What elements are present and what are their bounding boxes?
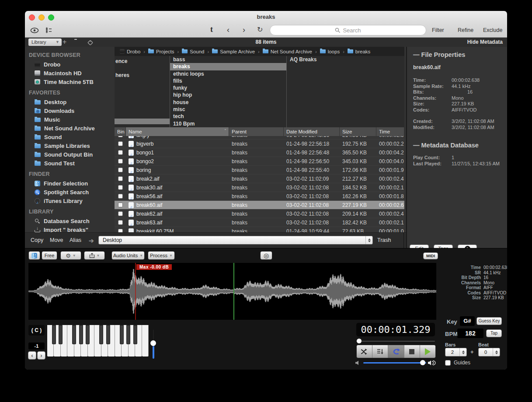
row-checkbox[interactable] [118, 194, 123, 199]
column-header-date-modified[interactable]: Date Modified [284, 127, 340, 136]
browser-item-fills[interactable]: fills [170, 77, 286, 84]
sidebar-item-sample-libraries[interactable]: Sample Libraries [25, 141, 115, 150]
browser-item-ence[interactable]: ence [115, 58, 170, 65]
breadcrumb-item-net-sound-archive[interactable]: Net Sound Archive [263, 49, 312, 54]
table-row-bongo2[interactable]: bongo2breaks01-24-98 22:56:50345.03 KB00… [115, 157, 404, 166]
finder-reveal-button[interactable] [28, 251, 40, 260]
autoplay-list-button[interactable] [372, 345, 388, 358]
destination-select[interactable]: Desktop [98, 236, 373, 245]
breadcrumb-item-projects[interactable]: Projects [148, 49, 174, 54]
piano-black-key[interactable] [126, 325, 130, 344]
table-row-bigverb[interactable]: bigverbbreaks01-24-98 22:56:18192.75 KB0… [115, 140, 404, 148]
column-header-name[interactable]: Nameˆ [126, 127, 229, 136]
table-row-break2-aif[interactable]: break2.aifbreaks03-02-02 11:02:09212.27 … [115, 175, 404, 183]
eye-icon[interactable] [30, 27, 39, 35]
table-row-bongo1[interactable]: bongo1breaks01-24-98 22:56:48365.50 KB00… [115, 148, 404, 157]
browser-item-funky[interactable]: funky [170, 84, 286, 91]
shuffle-button[interactable] [357, 345, 372, 358]
move-button[interactable]: Move [50, 237, 63, 243]
guess-key-button[interactable]: Guess Key [476, 317, 502, 325]
filter-button[interactable]: Filter [432, 27, 444, 33]
sidebar-item-downloads[interactable]: Downloads [25, 106, 115, 115]
browser-item-aq-breaks[interactable]: AQ Breaks [287, 56, 404, 63]
scrub-slider[interactable] [356, 339, 435, 343]
beat-stepper[interactable]: 0 [478, 348, 500, 357]
row-checkbox[interactable] [118, 203, 123, 207]
scrub-thumb[interactable] [357, 339, 362, 343]
alias-button[interactable]: Alias [70, 237, 81, 243]
table-row-break30-aif[interactable]: break30.aifbreaks03-02-02 11:02:08184.52… [115, 183, 404, 192]
search-input[interactable]: Search [270, 25, 426, 35]
table-row-break56-aif[interactable]: break56.aifbreaks03-02-02 11:02:08162.26… [115, 192, 404, 201]
table-row-breakkit-60-75m[interactable]: breakkit 60 75Mbreaks01-24-98 10:59:4472… [115, 227, 404, 232]
sidebar-item-desktop[interactable]: Desktop [25, 98, 115, 106]
back-button[interactable]: ‹ [227, 26, 229, 34]
volume-slider[interactable] [354, 359, 439, 366]
info-button[interactable]: i [458, 245, 477, 248]
row-checkbox[interactable] [118, 168, 123, 172]
sidebar-item-finder-selection[interactable]: Finder Selection [25, 179, 115, 188]
browser-column-1-selection[interactable] [115, 119, 170, 124]
table-row-break62-aif[interactable]: break62.aifbreaks03-02-02 11:02:08209.14… [115, 210, 404, 218]
piano-black-key[interactable] [72, 325, 76, 344]
table-row-boring[interactable]: boringbreaks01-24-98 22:55:40172.06 KB00… [115, 166, 404, 175]
tags-button[interactable]: Tags [434, 245, 453, 248]
column-header-bin[interactable]: Bin [115, 127, 126, 136]
sidebar-item-spotlight-search[interactable]: Spotlight Search [25, 188, 115, 196]
free-button[interactable]: Free [42, 251, 57, 260]
volume-thumb[interactable] [420, 360, 425, 365]
slider-thumb[interactable] [150, 340, 156, 346]
exclude-button[interactable]: Exclude [483, 27, 502, 33]
sidebar-item-net-sound-archive[interactable]: Net Sound Archive [25, 124, 115, 133]
browser-item-misc[interactable]: misc [170, 106, 286, 113]
row-checkbox[interactable] [118, 150, 123, 155]
loop-button[interactable] [388, 345, 404, 358]
play-button[interactable] [420, 345, 435, 358]
browser-item-ethnic-loops[interactable]: ethnic loops [170, 70, 286, 77]
trash-button[interactable]: Trash [377, 237, 391, 243]
row-checkbox[interactable] [118, 185, 123, 190]
hide-metadata-button[interactable]: Hide Metadata [467, 39, 503, 45]
breadcrumb-item-sample-archive[interactable]: Sample Archive [212, 49, 255, 54]
browser-item-heres[interactable]: heres [115, 72, 170, 79]
pitch-slider[interactable] [150, 330, 156, 359]
browser-item-house[interactable]: house [170, 99, 286, 106]
row-checkbox[interactable] [118, 220, 123, 225]
sidebar-item-itunes-library[interactable]: iTunes Library [25, 196, 115, 205]
browser-item-tech[interactable]: tech [170, 113, 286, 120]
bpm-value[interactable]: 182 [457, 329, 483, 338]
piano-black-key[interactable] [79, 325, 83, 344]
breadcrumb-item-loops[interactable]: loops [320, 49, 340, 54]
piano-black-key[interactable] [133, 325, 137, 344]
edit-button[interactable]: Edit [410, 245, 429, 248]
sidebar-item-macintosh-hd[interactable]: Macintosh HD [25, 69, 115, 77]
table-row-break63-aif[interactable]: break63.aifbreaks03-02-02 11:02:08182.42… [115, 218, 404, 227]
piano-white-key[interactable] [142, 325, 149, 357]
sidebar-item-import-breaks[interactable]: Import " breaks" [25, 225, 115, 232]
row-checkbox[interactable] [118, 136, 123, 137]
row-checkbox[interactable] [118, 159, 123, 164]
guides-checkbox[interactable] [445, 360, 451, 366]
root-note-display[interactable]: ( C ) [28, 325, 45, 336]
midi-button[interactable]: MIDI [423, 252, 438, 259]
waveform-display[interactable]: Max -0.00 dB [28, 263, 436, 320]
piano-black-key[interactable] [99, 325, 103, 344]
row-checkbox[interactable] [118, 211, 123, 216]
process-dropdown[interactable]: Process▼ [148, 251, 175, 260]
column-header-time[interactable]: Time [376, 127, 404, 136]
octave-down-button[interactable]: ‹ [28, 351, 36, 360]
stop-button[interactable] [404, 345, 420, 358]
browser-item-hip-hop[interactable]: hip hop [170, 91, 286, 98]
row-checkbox[interactable] [118, 176, 123, 181]
refresh-button[interactable]: ↻ [257, 26, 263, 34]
piano-black-key[interactable] [120, 325, 124, 344]
piano-black-key[interactable] [52, 325, 56, 344]
piano-black-key[interactable] [86, 325, 90, 344]
browser-item-breaks[interactable]: breaks [170, 63, 286, 70]
annotation-list-icon[interactable] [45, 27, 52, 35]
tap-button[interactable]: Tap [486, 329, 502, 337]
row-checkbox[interactable] [118, 229, 123, 232]
breadcrumb-item-breaks[interactable]: breaks [348, 49, 371, 54]
audio-units-dropdown[interactable]: Audio Units▼ [111, 251, 145, 260]
browser-item-110-bpm[interactable]: 110 Bpm [170, 120, 286, 127]
